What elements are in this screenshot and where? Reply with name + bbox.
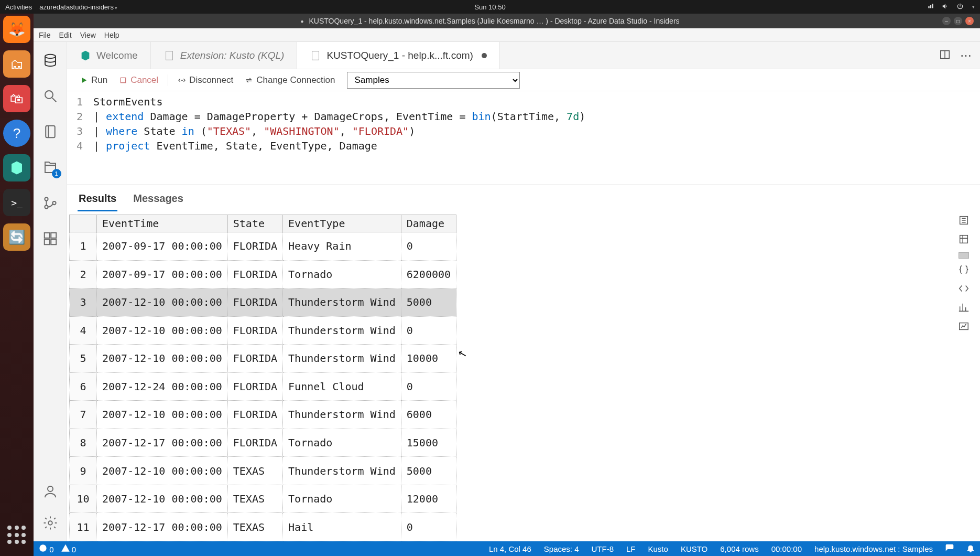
table-row[interactable]: 102007-12-10 00:00:00TEXASTornado12000 <box>70 485 456 513</box>
export-xml-icon[interactable] <box>958 283 970 296</box>
tab-extension-label: Extension: Kusto (KQL) <box>180 50 285 61</box>
status-language[interactable]: Kusto <box>648 544 668 553</box>
svg-rect-9 <box>51 239 56 244</box>
activity-bar: 1 <box>34 42 67 541</box>
svg-point-11 <box>48 521 52 525</box>
query-toolbar: Run Cancel Disconnect Change Connection … <box>67 69 980 91</box>
tab-extension[interactable]: Extension: Kusto (KQL) <box>151 42 298 69</box>
table-row[interactable]: 92007-12-10 00:00:00TEXASThunderstorm Wi… <box>70 457 456 485</box>
status-errors[interactable]: 0 <box>39 544 54 554</box>
split-editor-icon[interactable] <box>939 49 951 62</box>
col-eventtype[interactable]: EventType <box>283 215 401 232</box>
results-side-toolbar <box>953 211 980 541</box>
export-excel-icon[interactable] <box>958 233 970 247</box>
results-tabs: Results Messages <box>67 185 980 211</box>
export-csv-icon[interactable] <box>958 215 970 228</box>
activity-extensions[interactable] <box>41 230 59 248</box>
activity-source-control[interactable] <box>41 194 59 212</box>
activity-explorer[interactable]: 1 <box>41 158 59 176</box>
activity-settings[interactable] <box>41 514 59 532</box>
svg-rect-13 <box>312 51 319 60</box>
tab-welcome[interactable]: Welcome <box>67 42 151 69</box>
dock-software[interactable]: 🛍 <box>3 85 30 112</box>
menu-file[interactable]: File <box>39 31 51 39</box>
svg-point-4 <box>45 205 48 208</box>
dock-azure-data-studio[interactable] <box>3 154 30 181</box>
activity-search[interactable] <box>41 87 59 105</box>
status-eol[interactable]: LF <box>626 544 636 553</box>
cancel-button[interactable]: Cancel <box>115 73 162 88</box>
table-row[interactable]: 52007-12-10 00:00:00FLORIDAThunderstorm … <box>70 345 456 373</box>
status-rowcount[interactable]: 6,004 rows <box>720 544 758 553</box>
status-mode[interactable]: KUSTO <box>681 544 707 553</box>
ads-logo-icon <box>80 50 91 61</box>
table-row[interactable]: 72007-12-10 00:00:00FLORIDAThunderstorm … <box>70 401 456 429</box>
table-row[interactable]: 42007-12-10 00:00:00FLORIDAThunderstorm … <box>70 316 456 345</box>
results-tab-messages[interactable]: Messages <box>132 189 184 211</box>
editor-tabs: Welcome Extension: Kusto (KQL) KUSTOQuer… <box>67 42 980 69</box>
disconnect-button[interactable]: Disconnect <box>173 73 237 88</box>
dock-terminal[interactable]: >_ <box>3 189 30 216</box>
activity-account[interactable] <box>41 483 59 500</box>
svg-point-0 <box>45 55 56 59</box>
svg-rect-12 <box>166 51 172 60</box>
change-connection-button[interactable]: Change Connection <box>241 73 339 88</box>
chart-icon[interactable] <box>958 302 970 315</box>
table-row[interactable]: 22007-09-17 00:00:00FLORIDATornado620000… <box>70 260 456 288</box>
activity-notebooks[interactable] <box>41 123 59 141</box>
tab-query[interactable]: KUSTOQuery_1 - help.k...ft.com) <box>297 42 499 69</box>
table-row[interactable]: 62007-12-24 00:00:00FLORIDAFunnel Cloud0 <box>70 372 456 401</box>
svg-point-1 <box>45 91 53 99</box>
dock-show-apps[interactable] <box>3 521 30 549</box>
power-icon[interactable] <box>956 3 964 12</box>
table-row[interactable]: 82007-12-17 00:00:00FLORIDATornado15000 <box>70 429 456 457</box>
export-json-icon[interactable] <box>958 264 970 277</box>
activity-connections[interactable] <box>41 51 59 69</box>
status-encoding[interactable]: UTF-8 <box>592 544 614 553</box>
menu-view[interactable]: View <box>80 31 96 39</box>
dock-updater[interactable]: 🔄 <box>3 223 30 251</box>
visualizer-icon[interactable] <box>958 320 970 334</box>
dock-files[interactable]: 🗂 <box>3 50 30 78</box>
code-editor[interactable]: 1StormEvents 2| extend Damage = DamagePr… <box>67 91 980 185</box>
results-grid[interactable]: EventTime State EventType Damage 12007-0… <box>69 215 456 541</box>
dock-help[interactable]: ? <box>3 120 30 147</box>
menu-edit[interactable]: Edit <box>59 31 72 39</box>
dirty-indicator-icon <box>482 53 487 58</box>
menu-bar: File Edit View Help <box>34 28 980 42</box>
status-warnings[interactable]: 0 <box>61 544 77 554</box>
database-select[interactable]: Samples <box>347 72 520 89</box>
svg-rect-6 <box>44 233 49 238</box>
topbar-clock[interactable]: Sun 10:50 <box>474 3 505 11</box>
svg-point-3 <box>45 197 48 200</box>
col-eventtime[interactable]: EventTime <box>97 215 228 232</box>
activities-button[interactable]: Activities <box>5 3 32 11</box>
topbar-app[interactable]: azuredatastudio-insiders▾ <box>39 3 117 11</box>
status-bell-icon[interactable] <box>966 544 975 554</box>
menu-help[interactable]: Help <box>104 31 119 39</box>
dock-firefox[interactable]: 🦊 <box>3 16 30 43</box>
status-spaces[interactable]: Spaces: 4 <box>544 544 579 553</box>
rownum-header[interactable] <box>70 215 97 232</box>
volume-icon[interactable] <box>942 3 949 12</box>
results-tab-results[interactable]: Results <box>78 189 117 211</box>
status-feedback-icon[interactable] <box>945 544 954 554</box>
table-row[interactable]: 12007-09-17 00:00:00FLORIDAHeavy Rain0 <box>70 232 456 261</box>
status-connection[interactable]: help.kusto.windows.net : Samples <box>814 544 933 553</box>
status-cursor[interactable]: Ln 4, Col 46 <box>489 544 531 553</box>
svg-rect-8 <box>44 239 49 244</box>
table-row[interactable]: 112007-12-17 00:00:00TEXASHail0 <box>70 513 456 541</box>
window-title-text: KUSTOQuery_1 - help.kusto.windows.net.Sa… <box>309 17 680 25</box>
more-actions-icon[interactable]: ⋯ <box>960 49 972 62</box>
status-elapsed[interactable]: 00:00:00 <box>771 544 802 553</box>
window-minimize[interactable]: – <box>942 17 951 25</box>
window-close[interactable]: × <box>965 17 974 25</box>
col-damage[interactable]: Damage <box>401 215 456 232</box>
network-icon[interactable] <box>927 3 934 12</box>
results-pane: Results Messages EventTime State EventTy… <box>67 185 980 541</box>
col-state[interactable]: State <box>227 215 282 232</box>
table-row[interactable]: 32007-12-10 00:00:00FLORIDAThunderstorm … <box>70 288 456 317</box>
window-maximize[interactable]: □ <box>954 17 962 25</box>
grey-chip <box>959 252 969 259</box>
run-button[interactable]: Run <box>75 73 112 88</box>
